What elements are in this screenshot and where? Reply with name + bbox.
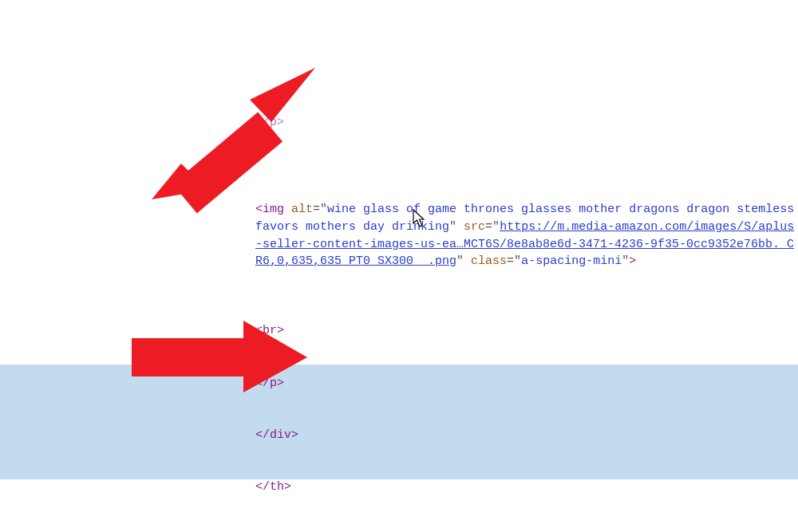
close-p-1[interactable]: </p> bbox=[255, 375, 798, 392]
br-tag[interactable]: <br> bbox=[255, 322, 798, 340]
annotation-arrow-2 bbox=[132, 321, 307, 392]
close-div-1[interactable]: </div> bbox=[255, 427, 798, 444]
close-th-1[interactable]: </th> bbox=[255, 479, 798, 496]
svg-marker-4 bbox=[243, 321, 307, 392]
img-tag-1[interactable]: <img alt="wine glass of game thrones gla… bbox=[255, 201, 798, 270]
clipped-top: </p> bbox=[255, 114, 798, 132]
mouse-cursor-icon bbox=[413, 209, 427, 234]
svg-rect-3 bbox=[132, 338, 243, 376]
annotation-arrow-1 bbox=[132, 68, 315, 219]
svg-rect-1 bbox=[172, 112, 282, 214]
svg-marker-0 bbox=[250, 68, 315, 122]
devtools-elements[interactable]: </p> <img alt="wine glass of game throne… bbox=[255, 72, 798, 532]
